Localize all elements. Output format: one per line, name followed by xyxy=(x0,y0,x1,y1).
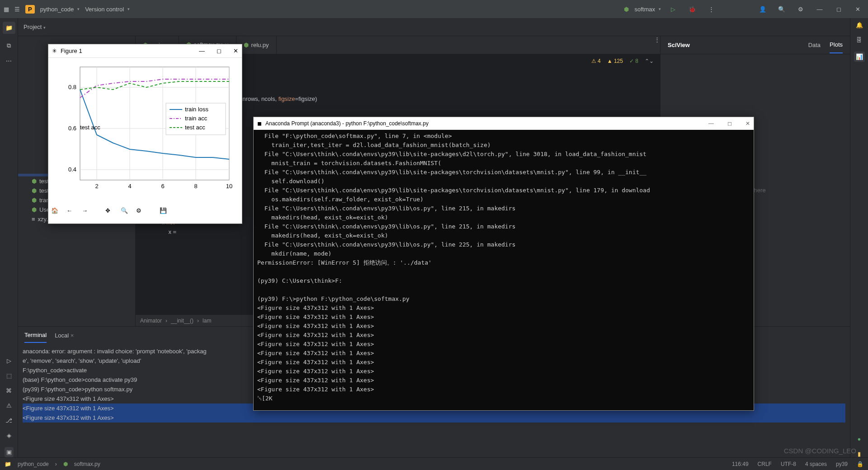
tab-label: relu.py xyxy=(251,42,269,48)
app-menu-icon[interactable]: ▦ xyxy=(4,6,9,13)
svg-text:train loss: train loss xyxy=(185,106,209,113)
python-file-icon: ⬢ xyxy=(32,206,37,213)
cmd-icon: ◼ xyxy=(257,120,262,127)
run-config-dropdown[interactable]: softmax xyxy=(634,6,661,13)
maximize-icon[interactable]: ◻ xyxy=(832,2,845,16)
more-icon[interactable]: ⋮ xyxy=(704,2,718,16)
python-console-icon[interactable]: ⌘ xyxy=(6,387,12,394)
anaconda-output[interactable]: File "F:\python_code\softmax.py", line 7… xyxy=(254,130,754,410)
matplotlib-icon: ✳ xyxy=(52,47,57,54)
crumb[interactable]: Animator xyxy=(140,318,162,324)
terminal-line: <Figure size 437x312 with 1 Axes> xyxy=(23,413,845,423)
crumb[interactable]: lam xyxy=(203,318,211,324)
svg-text:test acc: test acc xyxy=(80,124,100,131)
svg-text:6: 6 xyxy=(161,183,164,190)
svg-text:8: 8 xyxy=(194,183,197,190)
chart-svg: 2 4 6 8 10 0.4 0.6 0.8 train loss train … xyxy=(48,58,243,203)
packages-icon[interactable]: ⬚ xyxy=(6,372,12,379)
zoom-icon[interactable]: 🔍 xyxy=(121,207,132,219)
home-icon[interactable]: 🏠 xyxy=(51,207,63,219)
close-icon[interactable]: ✕ xyxy=(233,47,238,54)
sciview-tool-icon[interactable]: 📊 xyxy=(854,52,865,62)
python-file-icon: ⬢ xyxy=(32,178,37,185)
anaconda-titlebar[interactable]: ◼ Anaconda Prompt (anaconda3) - python F… xyxy=(254,117,754,130)
anaconda-title-text: Anaconda Prompt (anaconda3) - python F:\… xyxy=(265,120,429,127)
figure-plot: 2 4 6 8 10 0.4 0.6 0.8 train loss train … xyxy=(48,58,242,203)
status-encoding[interactable]: UTF-8 xyxy=(781,461,796,467)
maximize-icon[interactable]: ◻ xyxy=(727,120,732,127)
svg-text:0.4: 0.4 xyxy=(68,166,76,173)
figure-titlebar[interactable]: ✳ Figure 1 — ◻ ✕ xyxy=(48,44,242,58)
project-tool-icon[interactable]: 📁 xyxy=(3,22,15,34)
left-tool-rail: 📁 ⧉ ⋯ ▷ ⬚ ⌘ ⚠ ⎇ ◈ ▣ xyxy=(0,18,18,457)
typo-count: 8 xyxy=(635,58,638,64)
account-icon[interactable]: 👤 xyxy=(756,2,769,16)
minimize-icon[interactable]: — xyxy=(813,2,826,16)
project-name-dropdown[interactable]: python_code xyxy=(40,6,80,13)
pan-icon[interactable]: ✥ xyxy=(105,207,117,219)
status-position[interactable]: 116:49 xyxy=(732,461,749,467)
crumb[interactable]: __init__() xyxy=(171,318,193,324)
status-folder[interactable]: python_code xyxy=(18,461,49,467)
project-badge: P xyxy=(25,5,35,14)
figure-title-text: Figure 1 xyxy=(61,47,82,54)
database-icon[interactable]: 🗄 xyxy=(856,37,862,43)
figure-window[interactable]: ✳ Figure 1 — ◻ ✕ 2 4 6 8 10 0.4 xyxy=(48,44,242,224)
services-icon[interactable]: ◈ xyxy=(7,432,11,439)
series-test-acc xyxy=(80,81,229,90)
save-icon[interactable]: 💾 xyxy=(160,207,171,219)
search-icon[interactable]: 🔍 xyxy=(775,2,788,16)
problems-icon[interactable]: ⚠ xyxy=(6,402,12,409)
inspection-widget[interactable]: ⚠ 4 ▲ 125 ✓ 8 ⌃⌄ xyxy=(591,58,654,64)
status-warn-icon: ▮ xyxy=(858,451,861,457)
more-tools-icon[interactable]: ⋯ xyxy=(6,57,12,64)
hamburger-icon[interactable]: ☰ xyxy=(14,6,20,13)
chevron-up-down-icon[interactable]: ⌃⌄ xyxy=(645,58,654,64)
terminal-tab[interactable]: Terminal xyxy=(24,328,47,343)
watermark: CSDN @CODING_LEO xyxy=(784,447,856,455)
forward-icon[interactable]: → xyxy=(82,207,94,219)
figure-toolbar: 🏠 ← → ✥ 🔍 ⚙ 💾 xyxy=(48,203,242,223)
settings-icon[interactable]: ⚙ xyxy=(794,2,807,16)
lock-icon[interactable]: 🔒 xyxy=(857,461,863,467)
folder-icon: 📁 xyxy=(5,461,11,467)
notifications-icon[interactable]: 🔔 xyxy=(856,22,863,28)
vcs-icon[interactable]: ⎇ xyxy=(5,417,12,424)
close-icon[interactable]: ✕ xyxy=(745,120,750,127)
terminal-tool-icon[interactable]: ▣ xyxy=(5,447,14,457)
right-tool-rail: 🔔 🗄 📊 ● ▮ xyxy=(850,18,868,457)
version-control-dropdown[interactable]: Version control xyxy=(85,6,130,13)
structure-icon[interactable]: ⧉ xyxy=(7,42,11,49)
titlebar: ▦ ☰ P python_code Version control ⬢ soft… xyxy=(0,0,868,18)
tab-plots[interactable]: Plots xyxy=(830,37,843,53)
debug-icon[interactable]: 🐞 xyxy=(685,2,699,16)
minimize-icon[interactable]: — xyxy=(708,120,714,127)
tab-menu-icon[interactable]: ⋮ xyxy=(654,36,660,54)
minimize-icon[interactable]: — xyxy=(199,47,205,54)
svg-text:10: 10 xyxy=(226,183,232,190)
maximize-icon[interactable]: ◻ xyxy=(217,47,222,54)
python-file-icon: ⬢ xyxy=(244,42,249,48)
python-file-icon: ⬢ xyxy=(32,197,37,204)
close-icon[interactable]: ✕ xyxy=(851,2,864,16)
tab-data[interactable]: Data xyxy=(808,37,821,53)
svg-text:0.8: 0.8 xyxy=(68,84,76,90)
configure-icon[interactable]: ⚙ xyxy=(136,207,148,219)
session-close-icon[interactable]: × xyxy=(71,332,74,339)
svg-text:4: 4 xyxy=(128,183,131,190)
python-file-icon: ⬢ xyxy=(32,187,37,194)
anaconda-window[interactable]: ◼ Anaconda Prompt (anaconda3) - python F… xyxy=(253,117,754,411)
run-tool-icon[interactable]: ▷ xyxy=(7,357,11,364)
status-bar: 📁 python_code› ⬢ softmax.py 116:49 CRLF … xyxy=(0,457,868,470)
terminal-session-tab[interactable]: Local × xyxy=(55,328,74,342)
svg-text:train acc: train acc xyxy=(185,115,208,122)
status-ok-icon: ● xyxy=(858,436,861,442)
status-indent[interactable]: 4 spaces xyxy=(805,461,827,467)
status-file[interactable]: softmax.py xyxy=(74,461,100,467)
svg-text:test acc: test acc xyxy=(185,124,205,131)
back-icon[interactable]: ← xyxy=(66,207,78,219)
project-tree-header[interactable]: Project xyxy=(24,24,46,30)
status-interpreter[interactable]: py39 xyxy=(836,461,848,467)
status-eol[interactable]: CRLF xyxy=(758,461,772,467)
run-icon[interactable]: ▷ xyxy=(666,2,680,16)
